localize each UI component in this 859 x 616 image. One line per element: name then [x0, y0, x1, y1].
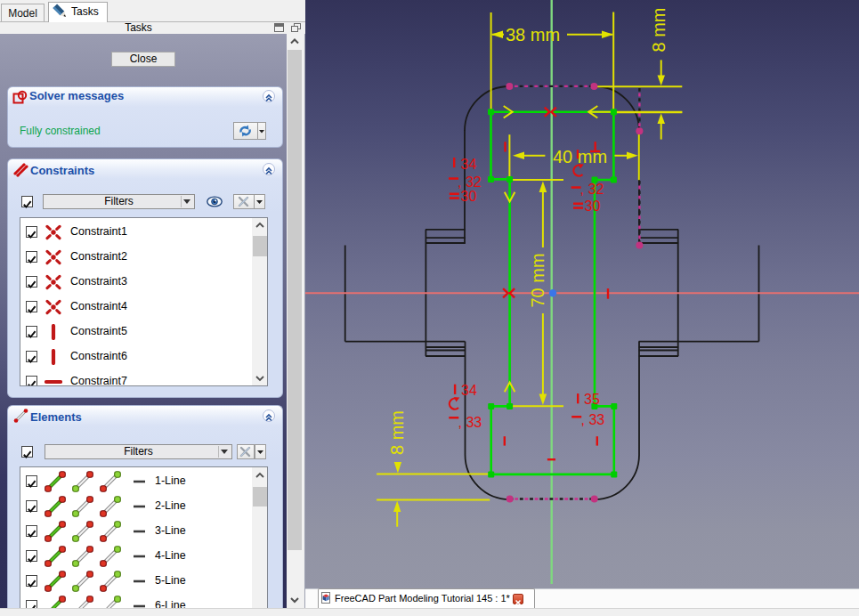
- svg-text:, 33: , 33: [581, 412, 605, 427]
- svg-text:35: 35: [584, 392, 600, 407]
- svg-text:8 mm: 8 mm: [649, 8, 669, 53]
- svg-text:8 mm: 8 mm: [387, 410, 407, 455]
- svg-text:70 mm: 70 mm: [528, 253, 547, 307]
- svg-text:38 mm: 38 mm: [506, 25, 560, 45]
- svg-text:, 33: , 33: [458, 415, 482, 430]
- svg-text:40 mm: 40 mm: [553, 147, 607, 166]
- svg-text:34: 34: [461, 157, 477, 172]
- svg-text:, 32: , 32: [458, 174, 482, 190]
- svg-text:34: 34: [461, 383, 477, 398]
- svg-text:30: 30: [461, 189, 477, 204]
- svg-text:, 32: , 32: [580, 182, 604, 197]
- svg-text:30: 30: [585, 199, 601, 214]
